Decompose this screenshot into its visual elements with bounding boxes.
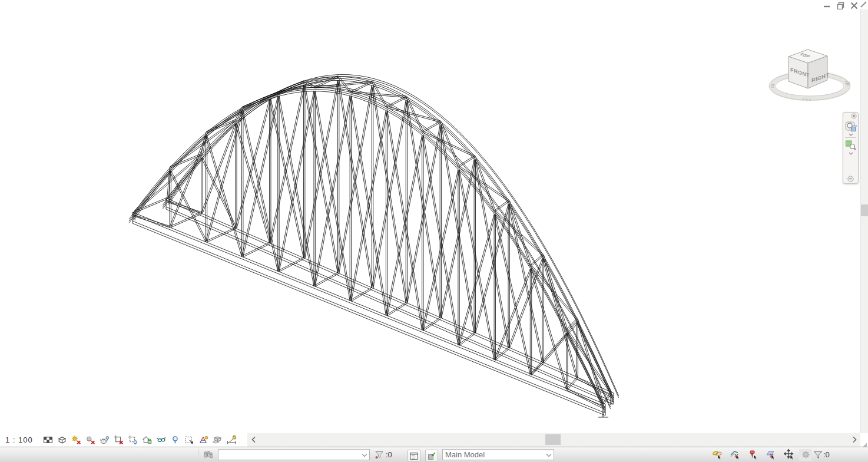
reveal-hidden-elements-icon[interactable] — [169, 434, 181, 446]
revit-window: TOP FRONT RIGHT — [0, 0, 868, 462]
temporary-view-properties-icon[interactable] — [183, 434, 195, 446]
analytical-model-icon[interactable] — [197, 434, 209, 446]
zoom-options-chevron-icon[interactable] — [849, 152, 853, 155]
vertical-scrollbar-thumb[interactable] — [861, 204, 868, 216]
view-scale[interactable]: 1 : 100 — [5, 435, 42, 444]
bridge-wireframe[interactable] — [0, 0, 868, 433]
bottom-bar: 1 : 100 — [0, 433, 868, 447]
select-pinned-icon[interactable] — [746, 448, 761, 462]
active-design-option-combobox[interactable]: Main Model — [442, 449, 554, 460]
design-options-dialog-icon[interactable] — [408, 450, 420, 462]
statusbar-separator — [198, 449, 198, 460]
zoom-tool-icon[interactable] — [844, 139, 857, 152]
add-to-set-icon[interactable] — [425, 450, 438, 462]
reveal-constraints-icon[interactable] — [226, 434, 237, 446]
crop-region-icon[interactable] — [127, 434, 138, 446]
scroll-right-icon[interactable] — [850, 435, 859, 444]
scroll-left-icon[interactable] — [249, 435, 257, 444]
view-window-controls — [823, 2, 858, 9]
rendering-dialog-icon[interactable] — [98, 434, 110, 446]
crop-view-off-icon[interactable] — [112, 434, 124, 446]
horizontal-scrollbar[interactable] — [247, 433, 860, 447]
chevron-down-icon — [546, 453, 552, 457]
worksets-icon[interactable] — [203, 447, 214, 462]
displacement-sets-icon[interactable] — [211, 434, 223, 446]
navbar-collapse-icon[interactable] — [847, 176, 854, 182]
corner-resize-mark — [860, 1, 867, 8]
shadows-off-icon[interactable] — [84, 434, 96, 446]
viewcube[interactable]: TOP FRONT RIGHT — [767, 45, 856, 104]
lock-3d-view-icon[interactable] — [141, 434, 153, 446]
selection-filter-icon[interactable] — [813, 447, 823, 462]
horizontal-scrollbar-thumb[interactable] — [545, 434, 561, 445]
drawing-canvas[interactable]: TOP FRONT RIGHT — [0, 0, 868, 433]
view-control-bar: 1 : 100 — [0, 433, 240, 447]
visual-style-icon[interactable] — [56, 434, 68, 446]
drag-on-selection-icon[interactable] — [782, 448, 797, 462]
chevron-down-icon — [362, 453, 367, 457]
navbar-divider — [845, 137, 856, 138]
close-icon[interactable] — [850, 2, 858, 9]
status-bar: :0 Main Model — [0, 447, 868, 462]
editable-only-filter-icon[interactable] — [375, 447, 384, 462]
sun-path-off-icon[interactable] — [70, 434, 82, 446]
restore-icon[interactable] — [836, 2, 844, 9]
navigation-bar — [843, 112, 859, 184]
detail-level-icon[interactable] — [42, 434, 54, 446]
minimize-icon[interactable] — [823, 2, 831, 9]
editable-only-count: :0 — [386, 447, 392, 462]
select-underlay-icon[interactable] — [728, 448, 743, 462]
background-processes-gear-icon[interactable] — [799, 449, 812, 461]
wheel-options-chevron-icon[interactable] — [849, 133, 853, 136]
select-links-icon[interactable] — [710, 448, 725, 462]
active-design-option-value: Main Model — [445, 450, 485, 459]
temporary-hide-isolate-icon[interactable] — [155, 434, 167, 446]
select-by-face-icon[interactable] — [763, 448, 778, 462]
vertical-scrollbar[interactable] — [860, 9, 868, 433]
steering-wheel-icon[interactable] — [844, 120, 857, 133]
active-workset-combobox[interactable] — [218, 449, 370, 460]
navbar-close-icon[interactable] — [851, 113, 857, 119]
selection-filter-count: :0 — [823, 447, 830, 462]
